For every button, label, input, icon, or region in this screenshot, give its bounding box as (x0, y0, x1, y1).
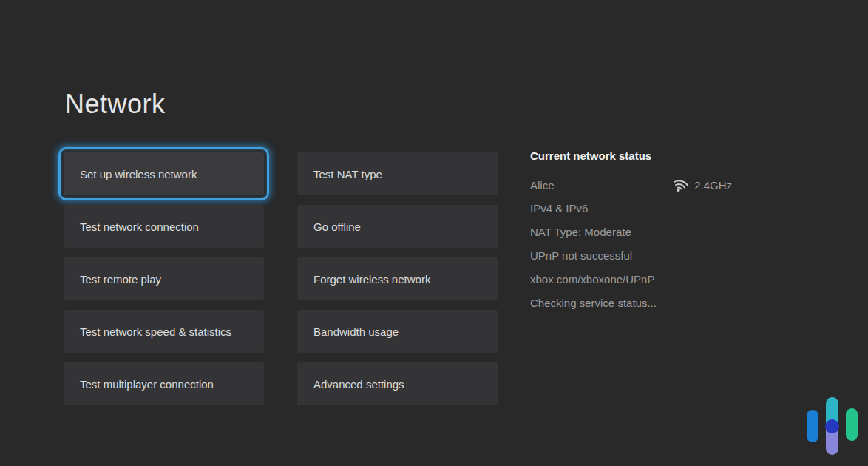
button-label: Test network connection (80, 220, 199, 233)
button-label: Test network speed & statistics (80, 325, 231, 338)
wifi-band-label: 2.4GHz (694, 179, 732, 192)
menu-column-1: Set up wireless network Test network con… (64, 152, 264, 405)
status-line-upnp-url: xbox.com/xboxone/UPnP (530, 268, 732, 291)
menu-column-2: Test NAT type Go offline Forget wireless… (297, 152, 498, 405)
button-label: Test NAT type (313, 168, 382, 180)
setup-wireless-network-button[interactable]: Set up wireless network (64, 152, 264, 195)
wifi-band-group: 2.4GHz (672, 177, 732, 193)
network-settings-screen: Network Set up wireless network Test net… (0, 0, 868, 466)
current-network-status-panel: Current network status Alice 2.4GHz IPv4… (530, 149, 732, 315)
status-panel-heading: Current network status (530, 149, 732, 163)
test-remote-play-button[interactable]: Test remote play (64, 257, 264, 300)
status-line-upnp: UPnP not successful (530, 244, 732, 268)
test-network-connection-button[interactable]: Test network connection (64, 205, 264, 248)
button-label: Set up wireless network (80, 168, 197, 180)
go-offline-button[interactable]: Go offline (297, 205, 498, 248)
bandwidth-usage-button[interactable]: Bandwidth usage (297, 310, 498, 353)
network-name: Alice (530, 179, 555, 192)
test-multiplayer-connection-button[interactable]: Test multiplayer connection (64, 362, 264, 405)
logo-bar-left-blue (807, 410, 818, 442)
status-line-nat-type: NAT Type: Moderate (530, 220, 732, 244)
wifi-network-row: Alice 2.4GHz (530, 173, 732, 197)
button-label: Test multiplayer connection (80, 378, 214, 391)
button-label: Forget wireless network (313, 273, 430, 286)
wifi-signal-icon (672, 177, 690, 193)
button-label: Advanced settings (313, 378, 404, 391)
status-line-ip-protocols: IPv4 & IPv6 (530, 197, 732, 220)
page-title: Network (65, 89, 166, 120)
logo-bar-right-green (846, 408, 858, 441)
logo-center-circle (825, 419, 839, 433)
button-label: Test remote play (80, 273, 161, 286)
test-nat-type-button[interactable]: Test NAT type (297, 152, 498, 195)
button-label: Go offline (313, 220, 361, 233)
security-org-soundbar-logo (804, 397, 859, 455)
status-line-service-check: Checking service status... (530, 291, 732, 315)
button-label: Bandwidth usage (313, 325, 399, 338)
forget-wireless-network-button[interactable]: Forget wireless network (297, 257, 498, 300)
advanced-settings-button[interactable]: Advanced settings (297, 362, 498, 405)
test-network-speed-statistics-button[interactable]: Test network speed & statistics (64, 310, 264, 353)
